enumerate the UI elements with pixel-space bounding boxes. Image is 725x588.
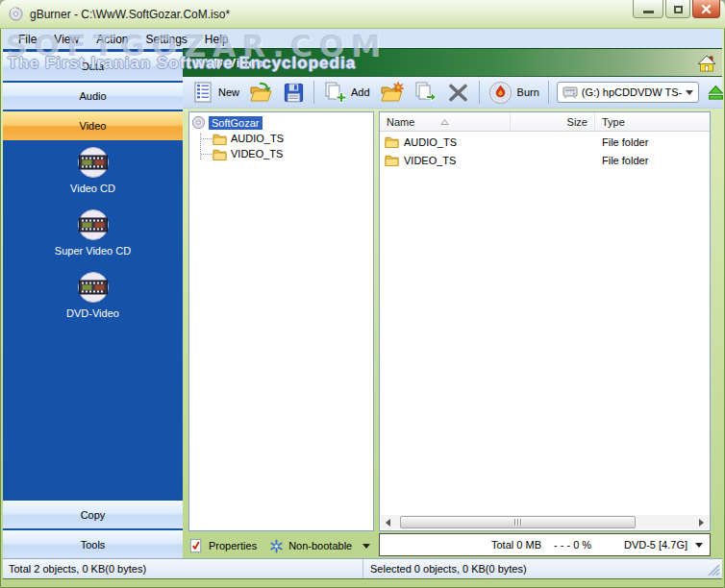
column-label: Type xyxy=(602,116,625,128)
scrollbar-thumb[interactable] xyxy=(400,516,636,528)
sidebar-item-label: DVD-Video xyxy=(66,307,119,319)
scroll-left-button[interactable] xyxy=(381,515,395,529)
menu-help[interactable]: Help xyxy=(196,31,238,48)
tree-item-video-ts[interactable]: VIDEO_TS xyxy=(212,146,371,161)
tree-item-audio-ts[interactable]: AUDIO_TS xyxy=(212,131,371,146)
properties-label: Properties xyxy=(209,540,257,551)
file-list-header: Name Size Type xyxy=(380,112,710,132)
scroll-right-button[interactable] xyxy=(694,515,709,529)
sidebar-item-data[interactable]: Data xyxy=(3,52,183,81)
sort-ascending-icon xyxy=(440,118,449,126)
toolbar-separator xyxy=(479,81,480,104)
properties-button[interactable]: Properties xyxy=(188,538,257,553)
media-type-value[interactable]: DVD-5 [4.7G] xyxy=(624,539,688,551)
sidebar-item-video[interactable]: Video xyxy=(3,111,183,140)
toolbar: New Add Burn (G:) hpCDDVDW TS- xyxy=(183,77,722,109)
tree-root-row[interactable]: SoftGozar xyxy=(191,114,371,131)
add-button-label: Add xyxy=(351,86,370,98)
add-files-icon xyxy=(323,81,346,104)
file-type: File folder xyxy=(595,155,710,166)
maximize-button[interactable] xyxy=(665,0,690,18)
file-row-audio-ts[interactable]: AUDIO_TS File folder xyxy=(380,134,710,150)
new-folder-icon xyxy=(380,81,404,104)
file-list: Name Size Type AUDIO_TS File folder VIDE… xyxy=(379,111,711,531)
new-button[interactable]: New xyxy=(188,79,244,106)
window-title: gBurner - C:\WwW.SoftGozar.CoM.iso* xyxy=(30,8,230,21)
sidebar-item-dvd-video[interactable]: DVD-Video xyxy=(3,270,183,319)
burn-button-label: Burn xyxy=(517,86,539,98)
column-label: Name xyxy=(387,116,414,128)
sidebar-item-audio[interactable]: Audio xyxy=(3,83,183,110)
file-type: File folder xyxy=(595,136,710,148)
minimize-icon xyxy=(643,11,654,13)
scroll-right-icon xyxy=(699,519,704,527)
eject-button[interactable] xyxy=(708,85,724,101)
horizontal-scrollbar[interactable] xyxy=(381,515,709,529)
sidebar-item-label: Video xyxy=(80,120,107,132)
sidebar-item-video-cd[interactable]: Video CD xyxy=(3,145,183,194)
thumb-grip xyxy=(517,519,518,526)
close-button[interactable] xyxy=(692,0,720,18)
super-video-cd-icon xyxy=(76,208,111,242)
tree-item-label: VIDEO_TS xyxy=(231,148,283,159)
page-title: DVD-Video xyxy=(195,56,263,70)
chevron-down-icon xyxy=(686,90,693,95)
status-total: Total 2 objects, 0 KB(0 bytes) xyxy=(3,559,363,578)
new-document-icon xyxy=(192,81,213,104)
minimize-button[interactable] xyxy=(633,0,663,18)
section-header: DVD-Video xyxy=(183,48,722,77)
home-button[interactable] xyxy=(696,53,717,74)
delete-button[interactable] xyxy=(441,79,475,106)
disc-icon xyxy=(191,115,206,130)
boot-mode-button[interactable]: Non-bootable xyxy=(269,539,370,553)
save-button[interactable] xyxy=(278,80,310,106)
capacity-percent: - - - 0 % xyxy=(554,539,591,551)
menu-file[interactable]: File xyxy=(10,31,45,48)
capacity-total: Total 0 MB xyxy=(491,539,541,551)
sidebar-item-label: Copy xyxy=(81,509,106,521)
folder-icon xyxy=(212,133,227,145)
file-name: VIDEO_TS xyxy=(404,155,456,166)
delete-x-icon xyxy=(446,81,470,104)
tree-root-label[interactable]: SoftGozar xyxy=(209,116,262,130)
dvd-video-icon xyxy=(76,270,111,305)
close-icon xyxy=(701,4,712,14)
open-button[interactable] xyxy=(244,79,278,106)
sidebar-item-label: Video CD xyxy=(70,183,115,194)
menu-action[interactable]: Action xyxy=(88,31,137,48)
column-label: Size xyxy=(567,116,588,128)
extract-button[interactable] xyxy=(409,79,441,106)
compilation-tree: SoftGozar AUDIO_TS VIDEO_TS xyxy=(188,111,374,531)
drive-select-value: (G:) hpCDDVDW TS- xyxy=(582,86,682,98)
column-header-type[interactable]: Type xyxy=(595,112,710,131)
tree-item-label: AUDIO_TS xyxy=(231,133,284,144)
sidebar-item-super-video-cd[interactable]: Super Video CD xyxy=(3,208,183,257)
sidebar-item-tools[interactable]: Tools xyxy=(3,530,183,558)
column-header-size[interactable]: Size xyxy=(511,112,595,131)
column-header-name[interactable]: Name xyxy=(380,112,511,131)
menu-view[interactable]: View xyxy=(45,31,88,48)
non-bootable-icon xyxy=(269,539,284,553)
menu-settings[interactable]: Settings xyxy=(138,31,196,48)
save-floppy-icon xyxy=(283,82,305,104)
eject-icon xyxy=(708,85,724,101)
chevron-down-icon[interactable] xyxy=(695,543,703,548)
thumb-grip xyxy=(514,519,515,526)
folder-icon xyxy=(385,135,399,148)
extract-files-icon xyxy=(413,81,437,104)
status-selected: Selected 0 objects, 0 KB(0 bytes) xyxy=(370,563,527,575)
new-folder-button[interactable] xyxy=(375,79,409,106)
add-button[interactable]: Add xyxy=(318,79,375,106)
maximize-icon xyxy=(674,6,683,13)
menu-bar: File View Action Settings Help xyxy=(3,29,722,49)
video-cd-icon xyxy=(76,145,111,180)
sidebar-item-label: Super Video CD xyxy=(55,245,131,257)
resize-grip[interactable] xyxy=(708,564,720,576)
sidebar-item-copy[interactable]: Copy xyxy=(3,501,183,528)
drive-select[interactable]: (G:) hpCDDVDW TS- xyxy=(557,82,699,103)
folder-icon xyxy=(385,154,399,166)
burn-button[interactable]: Burn xyxy=(484,79,544,107)
file-row-video-ts[interactable]: VIDEO_TS File folder xyxy=(380,152,710,168)
file-name: AUDIO_TS xyxy=(404,136,457,148)
new-button-label: New xyxy=(218,86,239,98)
